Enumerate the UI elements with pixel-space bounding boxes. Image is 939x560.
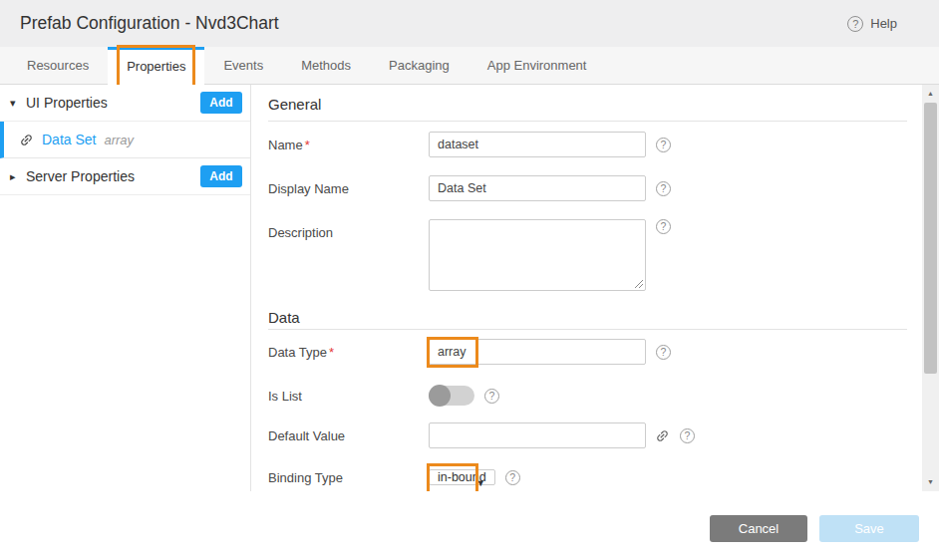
scroll-down-icon[interactable]: ▼ — [922, 475, 939, 489]
section-title-general: General — [268, 85, 907, 122]
cancel-button[interactable]: Cancel — [710, 515, 807, 542]
scroll-up-icon[interactable]: ▲ — [922, 87, 939, 101]
tab-events-label: Events — [223, 58, 263, 73]
dialog-header: Prefab Configuration - Nvd3Chart ? Help — [0, 0, 939, 47]
sidebar-item-dataset-label: Data Set — [42, 132, 96, 147]
page-title: Prefab Configuration - Nvd3Chart — [20, 0, 279, 47]
binding-type-help-icon[interactable]: ? — [505, 470, 520, 485]
is-list-row: Is List ? — [268, 386, 922, 406]
binding-type-row: Binding Type in-bound ▼ ? — [268, 465, 922, 489]
annotation-box-properties-tab — [117, 45, 195, 89]
default-value-label: Default Value — [268, 428, 429, 443]
sidebar-item-dataset-type: array — [104, 133, 134, 147]
server-properties-group-header[interactable]: ▸ Server Properties Add — [0, 158, 250, 195]
dialog-body: ▾ UI Properties Add Data Set array ▸ Ser… — [0, 85, 939, 491]
tab-packaging[interactable]: Packaging — [370, 47, 469, 84]
ui-properties-group-label: UI Properties — [26, 95, 200, 111]
is-list-help-icon[interactable]: ? — [484, 389, 499, 404]
vertical-scrollbar[interactable]: ▲ ▼ — [922, 85, 939, 491]
save-button[interactable]: Save — [819, 515, 919, 542]
sidebar-item-dataset[interactable]: Data Set array — [0, 122, 250, 158]
is-list-label: Is List — [268, 389, 429, 404]
chevron-down-icon: ▾ — [10, 97, 26, 110]
display-name-label: Display Name — [268, 181, 429, 196]
description-field-frame — [429, 219, 646, 291]
chevron-right-icon: ▸ — [10, 170, 26, 183]
description-textarea[interactable] — [430, 220, 645, 290]
name-help-icon[interactable]: ? — [656, 138, 671, 152]
data-type-label: Data Type* — [268, 345, 429, 360]
tab-methods-label: Methods — [301, 58, 351, 73]
data-type-row: Data Type* ? — [268, 339, 922, 365]
name-label: Name* — [268, 138, 429, 152]
link-icon — [16, 129, 37, 149]
required-asterisk: * — [305, 138, 310, 152]
tab-app-environment-label: App Environment — [487, 58, 587, 73]
scrollbar-thumb[interactable] — [924, 103, 937, 374]
display-name-input[interactable] — [429, 175, 646, 201]
help-button[interactable]: ? Help — [847, 0, 897, 47]
data-type-help-icon[interactable]: ? — [656, 345, 671, 360]
display-name-row: Display Name ? — [268, 175, 922, 201]
tab-app-environment[interactable]: App Environment — [469, 47, 606, 84]
tab-properties[interactable]: Properties — [108, 47, 204, 85]
binding-type-label: Binding Type — [268, 470, 429, 485]
section-title-data: Data — [268, 291, 907, 330]
default-value-input[interactable] — [429, 422, 646, 448]
property-form: General Name* ? Display Name ? Descripti… — [251, 85, 922, 491]
description-help-icon[interactable]: ? — [656, 219, 671, 234]
add-server-property-button[interactable]: Add — [200, 165, 242, 187]
data-type-input[interactable] — [429, 339, 646, 365]
display-name-help-icon[interactable]: ? — [656, 181, 671, 196]
default-value-row: Default Value ? — [268, 422, 922, 448]
help-label: Help — [870, 16, 897, 31]
tab-events[interactable]: Events — [204, 47, 282, 84]
server-properties-group-label: Server Properties — [26, 168, 200, 184]
name-input[interactable] — [429, 132, 646, 157]
default-value-help-icon[interactable]: ? — [680, 428, 695, 443]
required-asterisk: * — [329, 345, 334, 360]
tab-resources[interactable]: Resources — [8, 47, 108, 84]
name-row: Name* ? — [268, 132, 922, 157]
bind-variable-icon[interactable] — [652, 424, 673, 445]
resize-handle-icon[interactable] — [634, 279, 644, 289]
toggle-knob — [429, 385, 451, 407]
binding-type-select[interactable]: in-bound ▼ — [429, 469, 495, 485]
prefab-configuration-dialog: Prefab Configuration - Nvd3Chart ? Help … — [0, 0, 939, 560]
add-ui-property-button[interactable]: Add — [200, 92, 242, 114]
description-label: Description — [268, 219, 429, 240]
tab-packaging-label: Packaging — [389, 58, 450, 73]
is-list-toggle[interactable] — [429, 386, 474, 406]
ui-properties-group-header[interactable]: ▾ UI Properties Add — [0, 85, 250, 122]
help-icon: ? — [847, 16, 863, 32]
dropdown-caret-icon: ▼ — [476, 470, 485, 491]
properties-sidebar: ▾ UI Properties Add Data Set array ▸ Ser… — [0, 85, 251, 491]
description-row: Description ? — [268, 219, 922, 291]
tab-bar: Resources Properties Events Methods Pack… — [0, 47, 939, 85]
dialog-footer: Cancel Save — [0, 491, 939, 560]
tab-resources-label: Resources — [27, 58, 89, 73]
tab-methods[interactable]: Methods — [282, 47, 370, 84]
